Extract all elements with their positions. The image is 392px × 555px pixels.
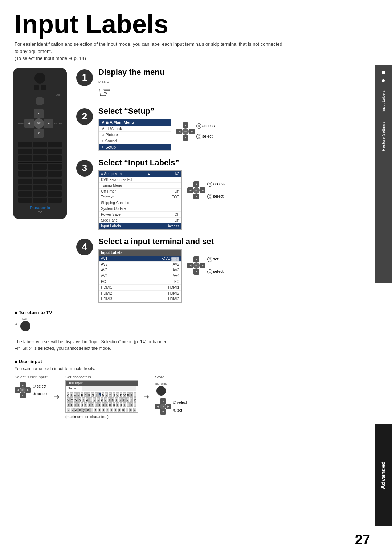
ilt-hdmi2: HDMI2HDMI2: [99, 291, 181, 296]
return-label-remote: RETURN: [54, 122, 62, 125]
smenu-offtimer: Off TimerOff: [99, 189, 181, 194]
flow-label-2: Store: [155, 375, 164, 379]
smenu-teletext: TeletextTOP: [99, 194, 181, 200]
menu-item-viera-link: VIERA Link: [99, 126, 171, 132]
step-3-select: ①select: [207, 194, 225, 199]
ilt-av4: AV4AV4: [99, 273, 181, 279]
note-1: The labels you set will be displayed in …: [15, 339, 283, 345]
ilt-av3: AV3AV3: [99, 267, 181, 273]
step-2-title: Select “Setup”: [98, 106, 367, 116]
step-2: 2 Select “Setup” VIErA Main Menu VIERA L…: [76, 106, 367, 151]
ui-set-label: ② set: [173, 408, 187, 412]
menu-label-remote: MENU: [18, 122, 24, 125]
user-input-section: ■ User input You can name each input ter…: [0, 355, 392, 422]
menu-item-setup: ≡ Setup: [99, 144, 171, 150]
step-3-access: ②access: [207, 182, 225, 187]
sidebar-dot-2: [382, 79, 385, 82]
store-return-label: RETURN: [155, 382, 167, 385]
exit-label: EXIT: [16, 94, 64, 96]
flow-arrow-2: ➜: [143, 392, 150, 401]
step-4-menu: Input Labels AV1•DVD ▓▓▓ AV2AV2 AV3AV3 A…: [98, 249, 182, 303]
sidebar: Input Labels Restore Settings: [375, 65, 392, 283]
remote-control: EXIT MENU ▲ ▼ ◀ ▶ OK RETURN: [7, 68, 73, 310]
sidebar-label-restore: Restore Settings: [381, 122, 385, 151]
smenu-powersave: Power SaveOff: [99, 212, 181, 218]
ilt-av1: AV1•DVD ▓▓▓: [99, 256, 181, 262]
step-4-menu-header: Input Labels: [99, 250, 181, 256]
smenu-shipping: Shipping Condition: [99, 200, 181, 206]
tv-label: TV: [16, 211, 64, 214]
return-title: ■ To return to TV: [15, 310, 377, 315]
step-4-number: 4: [76, 239, 93, 255]
step-2-access: ②access: [196, 123, 215, 129]
menu-item-picture: □ Picture: [99, 132, 171, 138]
smenu-sidepanel: Side PanelOff: [99, 218, 181, 223]
ok-button-remote[interactable]: OK: [34, 118, 44, 129]
step-3-dpad: ▲ ▼ ◀ ▶ OK: [187, 181, 205, 199]
notes-section: The labels you set will be displayed in …: [0, 335, 298, 355]
user-input-desc: You can name each input terminals freely…: [15, 366, 377, 371]
step-1-number: 1: [76, 69, 93, 86]
user-input-dpad-1: ▲ ▼ ◀ ▶ OK: [15, 382, 31, 398]
kb-header: User Input: [66, 381, 138, 386]
max-chars: (maximum: ten characters): [65, 415, 109, 419]
step-2-menu: VIErA Main Menu VIERA Link □ Picture ♪ S…: [98, 119, 171, 151]
step-3-ok: OK: [193, 187, 200, 194]
intro-text: For easier identification and selection …: [0, 41, 298, 62]
exit-button[interactable]: [20, 321, 30, 331]
step-2-ok: OK: [182, 128, 189, 135]
menu-hand-icon: ☞: [98, 85, 367, 99]
advanced-sidebar: Advanced: [375, 424, 392, 526]
sidebar-label-input: Input Labels: [381, 90, 385, 112]
ilt-hdmi3: HDMI3HDMI3: [99, 296, 181, 302]
step-1-label: MENU: [98, 80, 367, 84]
sidebar-dot-1: [382, 71, 385, 74]
step-2-number: 2: [76, 108, 93, 125]
step-3: 3 Select “Input Labels” ≡ Setup Menu▲1/2…: [76, 158, 367, 230]
smenu-inputlabels: Input LabelsAccess: [99, 223, 181, 229]
user-input-ok-2: OK: [160, 404, 166, 409]
step-4-ok: OK: [193, 262, 200, 269]
keyboard-box: User Input Name ABC DEF GHI JKL MNO PQR …: [65, 380, 138, 413]
step-2-dpad: ▲ ▼ ◀ ▶ OK: [176, 122, 195, 141]
step-3-menu: ≡ Setup Menu▲1/2 DVB Favourites Edit Tun…: [98, 170, 182, 230]
step-4-set: ②set: [207, 257, 224, 262]
user-input-dpad-2: ▲ ▼ ◀ ▶ OK: [155, 398, 171, 415]
return-section: ■ To return to TV ➜ EXIT: [0, 310, 392, 331]
flow-label-1: Set characters: [65, 375, 91, 379]
exit-label-text: EXIT: [22, 317, 29, 320]
step-4-title: Select a input terminal and set: [98, 237, 367, 246]
brand-label: Panasonic: [16, 206, 64, 210]
smenu-sysupdate: System Update: [99, 206, 181, 212]
step-3-number: 3: [76, 160, 93, 177]
advanced-label: Advanced: [380, 461, 387, 489]
step-1-title: Display the menu: [98, 68, 367, 77]
step-4-dpad: ▲ ▼ ◀ ▶ OK: [187, 256, 205, 275]
ui-select-label2: ① select: [173, 401, 187, 405]
flow-arrow-1: ➜: [54, 392, 60, 401]
flow-label-0: Select "User input": [15, 375, 48, 379]
kb-name-label: Name: [68, 386, 80, 391]
store-return-btn[interactable]: [156, 386, 166, 396]
step-4: 4 Select a input terminal and set Input …: [76, 237, 367, 303]
user-input-title: ■ User input: [15, 359, 377, 364]
step-2-select: ①select: [196, 134, 215, 139]
ui-select-label: ① select: [33, 384, 48, 388]
ui-access-label: ② access: [33, 392, 48, 396]
ilt-hdmi1: HDMI1HDMI1: [99, 285, 181, 291]
ilt-pc: PCPC: [99, 279, 181, 285]
step-3-title: Select “Input Labels”: [98, 158, 367, 167]
step-3-menu-header: ≡ Setup Menu▲1/2: [99, 171, 181, 177]
page-title: Input Labels: [0, 0, 392, 41]
page-number: 27: [355, 532, 370, 548]
user-input-ok-1: OK: [20, 387, 26, 393]
note-2: ●If "Skip" is selected, you cannot selec…: [15, 345, 283, 352]
step-4-select: ①select: [207, 269, 224, 274]
step-2-menu-header: VIErA Main Menu: [99, 119, 171, 126]
ilt-av2: AV2AV2: [99, 262, 181, 267]
menu-item-sound: ♪ Sound: [99, 138, 171, 144]
smenu-dvb: DVB Favourites Edit: [99, 177, 181, 183]
smenu-tuning: Tuning Menu: [99, 183, 181, 189]
step-1: 1 Display the menu MENU ☞: [76, 68, 367, 99]
